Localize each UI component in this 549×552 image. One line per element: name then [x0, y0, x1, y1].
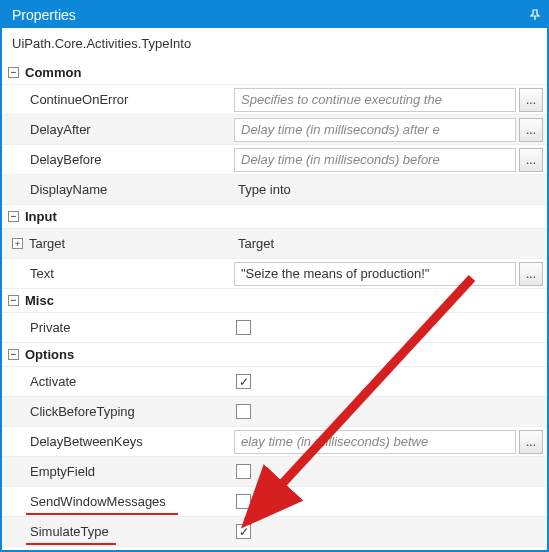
minus-icon[interactable]: − — [8, 295, 19, 306]
plus-icon[interactable]: + — [12, 238, 23, 249]
ellipsis-button[interactable]: ... — [519, 118, 543, 142]
section-common-label: Common — [25, 65, 81, 80]
prop-continue-on-error-label: ContinueOnError — [2, 85, 232, 114]
pin-icon[interactable] — [529, 9, 541, 21]
section-common-header[interactable]: − Common — [2, 61, 547, 85]
prop-delay-before-label: DelayBefore — [2, 145, 232, 174]
property-grid: − Common ContinueOnError ... DelayAfter … — [2, 61, 547, 547]
prop-delay-before-input[interactable] — [234, 148, 516, 172]
ellipsis-button[interactable]: ... — [519, 148, 543, 172]
prop-empty-field-checkbox[interactable] — [236, 464, 251, 479]
section-options-label: Options — [25, 347, 74, 362]
prop-click-before-typing-checkbox[interactable] — [236, 404, 251, 419]
ellipsis-button[interactable]: ... — [519, 430, 543, 454]
titlebar: Properties — [2, 2, 547, 28]
prop-delay-after-label: DelayAfter — [2, 115, 232, 144]
prop-activate-checkbox[interactable] — [236, 374, 251, 389]
ellipsis-button[interactable]: ... — [519, 262, 543, 286]
prop-text-input[interactable] — [234, 262, 516, 286]
prop-display-name-label: DisplayName — [2, 175, 232, 204]
ellipsis-button[interactable]: ... — [519, 88, 543, 112]
prop-target-label[interactable]: + Target — [2, 229, 232, 258]
prop-target-value[interactable]: Target — [234, 236, 274, 251]
minus-icon[interactable]: − — [8, 211, 19, 222]
section-options-header[interactable]: − Options — [2, 343, 547, 367]
prop-display-name-value[interactable]: Type into — [234, 182, 291, 197]
prop-private-checkbox[interactable] — [236, 320, 251, 335]
section-input-label: Input — [25, 209, 57, 224]
section-misc-label: Misc — [25, 293, 54, 308]
annotation-underline — [26, 543, 116, 546]
minus-icon[interactable]: − — [8, 67, 19, 78]
minus-icon[interactable]: − — [8, 349, 19, 360]
prop-simulate-type-label: SimulateType — [2, 517, 232, 546]
prop-delay-between-keys-label: DelayBetweenKeys — [2, 427, 232, 456]
prop-empty-field-label: EmptyField — [2, 457, 232, 486]
prop-activate-label: Activate — [2, 367, 232, 396]
prop-text-label: Text — [2, 259, 232, 288]
prop-click-before-typing-label: ClickBeforeTyping — [2, 397, 232, 426]
activity-fullname: UiPath.Core.Activities.TypeInto — [2, 28, 547, 61]
prop-send-window-messages-checkbox[interactable] — [236, 494, 251, 509]
prop-simulate-type-checkbox[interactable] — [236, 524, 251, 539]
annotation-underline — [26, 513, 178, 516]
section-misc-header[interactable]: − Misc — [2, 289, 547, 313]
section-input-header[interactable]: − Input — [2, 205, 547, 229]
prop-send-window-messages-label: SendWindowMessages — [2, 487, 232, 516]
prop-continue-on-error-input[interactable] — [234, 88, 516, 112]
prop-private-label: Private — [2, 313, 232, 342]
panel-title: Properties — [12, 7, 76, 23]
prop-delay-between-keys-input[interactable] — [234, 430, 516, 454]
prop-delay-after-input[interactable] — [234, 118, 516, 142]
